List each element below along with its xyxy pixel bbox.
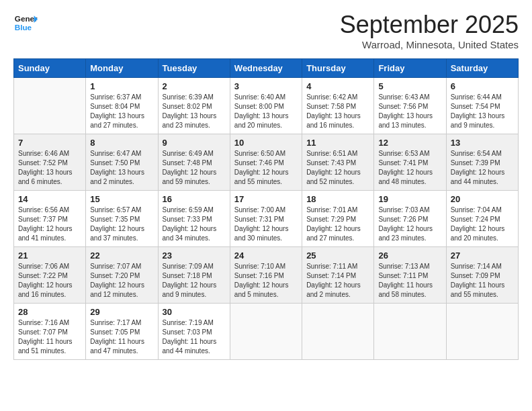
day-number: 23 [163,250,226,261]
calendar-cell: 4Sunrise: 6:42 AMSunset: 7:58 PMDaylight… [302,78,374,134]
day-info: Sunrise: 6:44 AMSunset: 7:54 PMDaylight:… [451,93,514,130]
day-info: Sunrise: 6:47 AMSunset: 7:50 PMDaylight:… [90,149,153,187]
calendar-cell [14,78,86,134]
calendar-cell: 10Sunrise: 6:50 AMSunset: 7:46 PMDayligh… [230,134,302,191]
day-info: Sunrise: 7:13 AMSunset: 7:11 PMDaylight:… [378,262,441,300]
day-info: Sunrise: 7:03 AMSunset: 7:26 PMDaylight:… [378,205,441,243]
calendar-cell: 24Sunrise: 7:10 AMSunset: 7:16 PMDayligh… [230,247,302,304]
calendar-cell: 23Sunrise: 7:09 AMSunset: 7:18 PMDayligh… [158,247,230,304]
day-number: 15 [90,194,153,204]
day-number: 30 [163,307,226,317]
calendar-cell: 17Sunrise: 7:00 AMSunset: 7:31 PMDayligh… [230,191,302,247]
weekday-header-sunday: Sunday [14,59,86,78]
day-info: Sunrise: 7:09 AMSunset: 7:18 PMDaylight:… [163,262,226,300]
calendar-cell: 18Sunrise: 7:01 AMSunset: 7:29 PMDayligh… [302,191,374,247]
calendar-cell [230,304,302,360]
day-info: Sunrise: 6:53 AMSunset: 7:41 PMDaylight:… [378,149,441,187]
day-number: 4 [306,81,369,91]
calendar-cell: 6Sunrise: 6:44 AMSunset: 7:54 PMDaylight… [446,78,518,134]
day-info: Sunrise: 6:40 AMSunset: 8:00 PMDaylight:… [234,93,298,130]
weekday-header-thursday: Thursday [302,59,374,78]
calendar-cell: 11Sunrise: 6:51 AMSunset: 7:43 PMDayligh… [302,134,374,191]
day-info: Sunrise: 6:50 AMSunset: 7:46 PMDaylight:… [234,149,298,187]
day-number: 2 [163,81,226,91]
day-number: 29 [90,307,153,317]
day-number: 3 [234,81,298,91]
day-number: 7 [18,138,81,148]
day-info: Sunrise: 6:46 AMSunset: 7:52 PMDaylight:… [18,149,81,187]
day-number: 21 [18,250,81,261]
day-number: 1 [90,81,153,91]
weekday-header-monday: Monday [86,59,158,78]
day-info: Sunrise: 7:17 AMSunset: 7:05 PMDaylight:… [90,318,153,356]
day-number: 16 [163,194,226,204]
day-info: Sunrise: 6:39 AMSunset: 8:02 PMDaylight:… [163,93,226,130]
day-info: Sunrise: 7:07 AMSunset: 7:20 PMDaylight:… [90,262,153,300]
calendar-cell: 16Sunrise: 6:59 AMSunset: 7:33 PMDayligh… [158,191,230,247]
calendar-cell: 27Sunrise: 7:14 AMSunset: 7:09 PMDayligh… [446,247,518,304]
calendar-cell: 25Sunrise: 7:11 AMSunset: 7:14 PMDayligh… [302,247,374,304]
day-number: 11 [306,138,369,148]
day-info: Sunrise: 7:11 AMSunset: 7:14 PMDaylight:… [306,262,369,300]
day-info: Sunrise: 6:37 AMSunset: 8:04 PMDaylight:… [90,93,153,130]
calendar-cell: 26Sunrise: 7:13 AMSunset: 7:11 PMDayligh… [374,247,446,304]
day-info: Sunrise: 7:00 AMSunset: 7:31 PMDaylight:… [234,205,298,243]
day-number: 26 [378,250,441,261]
calendar-cell: 12Sunrise: 6:53 AMSunset: 7:41 PMDayligh… [374,134,446,191]
day-number: 5 [378,81,441,91]
calendar-cell: 8Sunrise: 6:47 AMSunset: 7:50 PMDaylight… [86,134,158,191]
day-number: 6 [451,81,514,91]
day-number: 8 [90,138,153,148]
day-number: 28 [18,307,81,317]
calendar-cell: 29Sunrise: 7:17 AMSunset: 7:05 PMDayligh… [86,304,158,360]
day-number: 27 [451,250,514,261]
svg-text:Blue: Blue [15,23,32,32]
calendar-cell: 2Sunrise: 6:39 AMSunset: 8:02 PMDaylight… [158,78,230,134]
day-info: Sunrise: 6:59 AMSunset: 7:33 PMDaylight:… [163,205,226,243]
logo: General Blue [13,11,38,35]
day-number: 12 [378,138,441,148]
calendar-cell: 7Sunrise: 6:46 AMSunset: 7:52 PMDaylight… [14,134,86,191]
weekday-header-wednesday: Wednesday [230,59,302,78]
day-number: 17 [234,194,298,204]
calendar-cell: 3Sunrise: 6:40 AMSunset: 8:00 PMDaylight… [230,78,302,134]
calendar-cell: 15Sunrise: 6:57 AMSunset: 7:35 PMDayligh… [86,191,158,247]
calendar-cell [446,304,518,360]
location-title: Warroad, Minnesota, United States [340,39,519,50]
day-number: 13 [451,138,514,148]
calendar-cell: 5Sunrise: 6:43 AMSunset: 7:56 PMDaylight… [374,78,446,134]
day-info: Sunrise: 6:43 AMSunset: 7:56 PMDaylight:… [378,93,441,130]
day-info: Sunrise: 6:56 AMSunset: 7:37 PMDaylight:… [18,205,81,243]
calendar-cell: 30Sunrise: 7:19 AMSunset: 7:03 PMDayligh… [158,304,230,360]
day-number: 14 [18,194,81,204]
day-info: Sunrise: 6:54 AMSunset: 7:39 PMDaylight:… [451,149,514,187]
day-number: 20 [451,194,514,204]
calendar-cell: 20Sunrise: 7:04 AMSunset: 7:24 PMDayligh… [446,191,518,247]
day-number: 19 [378,194,441,204]
day-info: Sunrise: 6:49 AMSunset: 7:48 PMDaylight:… [163,149,226,187]
day-number: 10 [234,138,298,148]
day-info: Sunrise: 7:14 AMSunset: 7:09 PMDaylight:… [451,262,514,300]
month-title: September 2025 [340,11,519,39]
day-info: Sunrise: 7:10 AMSunset: 7:16 PMDaylight:… [234,262,298,300]
calendar-cell: 19Sunrise: 7:03 AMSunset: 7:26 PMDayligh… [374,191,446,247]
weekday-header-friday: Friday [374,59,446,78]
calendar-table: SundayMondayTuesdayWednesdayThursdayFrid… [13,58,519,360]
weekday-header-saturday: Saturday [446,59,518,78]
calendar-cell: 14Sunrise: 6:56 AMSunset: 7:37 PMDayligh… [14,191,86,247]
day-info: Sunrise: 6:42 AMSunset: 7:58 PMDaylight:… [306,93,369,130]
day-info: Sunrise: 7:06 AMSunset: 7:22 PMDaylight:… [18,262,81,300]
day-info: Sunrise: 7:04 AMSunset: 7:24 PMDaylight:… [451,205,514,243]
day-number: 9 [163,138,226,148]
weekday-header-tuesday: Tuesday [158,59,230,78]
calendar-cell: 13Sunrise: 6:54 AMSunset: 7:39 PMDayligh… [446,134,518,191]
calendar-cell: 28Sunrise: 7:16 AMSunset: 7:07 PMDayligh… [14,304,86,360]
day-info: Sunrise: 6:57 AMSunset: 7:35 PMDaylight:… [90,205,153,243]
calendar-cell: 21Sunrise: 7:06 AMSunset: 7:22 PMDayligh… [14,247,86,304]
calendar-cell [302,304,374,360]
day-number: 24 [234,250,298,261]
calendar-cell: 22Sunrise: 7:07 AMSunset: 7:20 PMDayligh… [86,247,158,304]
calendar-cell: 1Sunrise: 6:37 AMSunset: 8:04 PMDaylight… [86,78,158,134]
day-info: Sunrise: 7:16 AMSunset: 7:07 PMDaylight:… [18,318,81,356]
calendar-cell: 9Sunrise: 6:49 AMSunset: 7:48 PMDaylight… [158,134,230,191]
